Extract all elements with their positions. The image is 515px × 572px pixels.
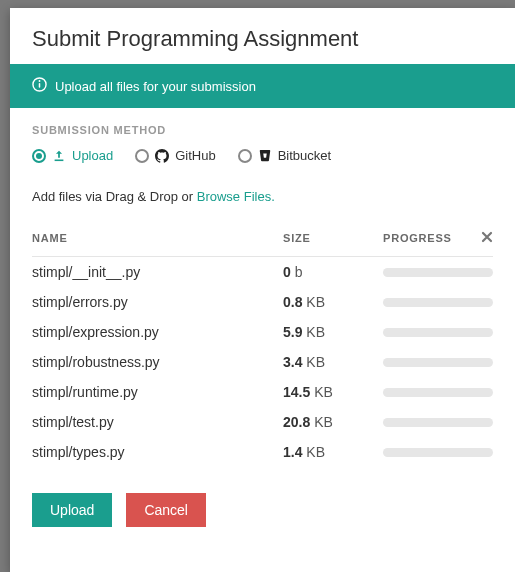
file-row: stimpl/errors.py 0.8 KB	[32, 287, 493, 317]
method-label: Bitbucket	[278, 148, 331, 163]
file-size: 0 b	[283, 264, 383, 280]
file-table: NAME SIZE PROGRESS stimpl/__init__.py 0 …	[32, 222, 493, 467]
method-github-radio[interactable]: GitHub	[135, 148, 215, 163]
bitbucket-icon	[258, 149, 272, 163]
radio-icon	[135, 149, 149, 163]
file-size: 20.8 KB	[283, 414, 383, 430]
upload-button[interactable]: Upload	[32, 493, 112, 527]
section-label: SUBMISSION METHOD	[32, 124, 493, 136]
method-bitbucket-radio[interactable]: Bitbucket	[238, 148, 331, 163]
upload-icon	[52, 149, 66, 163]
progress-bar	[383, 358, 493, 367]
file-name: stimpl/__init__.py	[32, 264, 283, 280]
file-size: 1.4 KB	[283, 444, 383, 460]
col-name-header: NAME	[32, 232, 283, 244]
progress-bar	[383, 328, 493, 337]
modal-title: Submit Programming Assignment	[32, 26, 493, 52]
file-size: 5.9 KB	[283, 324, 383, 340]
method-label: Upload	[72, 148, 113, 163]
file-name: stimpl/expression.py	[32, 324, 283, 340]
svg-point-2	[39, 80, 41, 82]
clear-all-icon[interactable]	[481, 229, 493, 247]
progress-bar	[383, 448, 493, 457]
file-row: stimpl/__init__.py 0 b	[32, 257, 493, 287]
method-radio-group: Upload GitHub Bitbucket	[32, 148, 493, 163]
radio-icon	[238, 149, 252, 163]
file-name: stimpl/runtime.py	[32, 384, 283, 400]
progress-bar	[383, 298, 493, 307]
submission-method-section: SUBMISSION METHOD Upload GitHub	[10, 108, 515, 467]
info-icon	[32, 77, 47, 95]
browse-files-link[interactable]: Browse Files.	[197, 189, 275, 204]
submit-modal: Submit Programming Assignment Upload all…	[10, 8, 515, 572]
file-row: stimpl/expression.py 5.9 KB	[32, 317, 493, 347]
svg-rect-1	[39, 83, 41, 88]
progress-bar	[383, 418, 493, 427]
method-upload-radio[interactable]: Upload	[32, 148, 113, 163]
progress-label: PROGRESS	[383, 232, 452, 244]
radio-icon	[32, 149, 46, 163]
banner-text: Upload all files for your submission	[55, 79, 256, 94]
file-size: 3.4 KB	[283, 354, 383, 370]
dropzone-prefix: Add files via Drag & Drop or	[32, 189, 197, 204]
file-table-header: NAME SIZE PROGRESS	[32, 222, 493, 257]
progress-bar	[383, 268, 493, 277]
file-name: stimpl/test.py	[32, 414, 283, 430]
progress-bar	[383, 388, 493, 397]
dropzone-text: Add files via Drag & Drop or Browse File…	[32, 189, 493, 204]
file-size: 14.5 KB	[283, 384, 383, 400]
file-row: stimpl/robustness.py 3.4 KB	[32, 347, 493, 377]
github-icon	[155, 149, 169, 163]
file-name: stimpl/types.py	[32, 444, 283, 460]
file-name: stimpl/errors.py	[32, 294, 283, 310]
modal-header: Submit Programming Assignment	[10, 8, 515, 64]
file-row: stimpl/runtime.py 14.5 KB	[32, 377, 493, 407]
svg-rect-3	[55, 159, 64, 161]
file-name: stimpl/robustness.py	[32, 354, 283, 370]
cancel-button[interactable]: Cancel	[126, 493, 206, 527]
method-label: GitHub	[175, 148, 215, 163]
modal-actions: Upload Cancel	[10, 467, 515, 549]
info-banner: Upload all files for your submission	[10, 64, 515, 108]
file-size: 0.8 KB	[283, 294, 383, 310]
file-row: stimpl/test.py 20.8 KB	[32, 407, 493, 437]
file-row: stimpl/types.py 1.4 KB	[32, 437, 493, 467]
col-progress-header: PROGRESS	[383, 229, 493, 247]
col-size-header: SIZE	[283, 232, 383, 244]
